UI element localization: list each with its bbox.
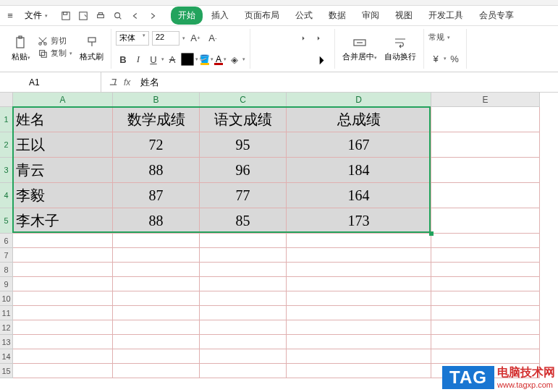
cancel-icon[interactable] bbox=[109, 77, 118, 88]
cell-A3[interactable]: 青云 bbox=[13, 158, 113, 183]
strike-button[interactable]: A bbox=[165, 52, 179, 67]
cell-D15[interactable] bbox=[287, 364, 431, 378]
cell-A11[interactable] bbox=[13, 306, 113, 320]
font-size-select[interactable]: 22 bbox=[152, 31, 179, 46]
cell-E4[interactable] bbox=[431, 183, 540, 208]
cell-B4[interactable]: 87 bbox=[113, 183, 200, 208]
border-button[interactable] bbox=[180, 52, 195, 67]
cell-C15[interactable] bbox=[200, 364, 287, 378]
cell-C12[interactable] bbox=[200, 320, 287, 335]
cell-E2[interactable] bbox=[431, 132, 540, 158]
cell-D2[interactable]: 167 bbox=[287, 132, 431, 158]
italic-button[interactable]: I bbox=[131, 52, 145, 67]
cell-D5[interactable]: 173 bbox=[287, 208, 431, 234]
cell-E13[interactable] bbox=[431, 335, 540, 349]
row-header-13[interactable]: 13 bbox=[0, 335, 13, 349]
cell-C9[interactable] bbox=[200, 277, 287, 291]
number-format-select[interactable]: 常规 ▾ bbox=[428, 32, 462, 43]
cell-A5[interactable]: 李木子 bbox=[13, 208, 113, 234]
cell-A8[interactable] bbox=[13, 263, 113, 277]
align-top-icon[interactable] bbox=[255, 31, 269, 46]
cell-C2[interactable]: 95 bbox=[200, 132, 287, 158]
cell-C3[interactable]: 96 bbox=[200, 158, 287, 183]
cell-C11[interactable] bbox=[200, 306, 287, 320]
decrease-font-icon[interactable]: A- bbox=[206, 31, 220, 46]
cell-B14[interactable] bbox=[113, 349, 200, 364]
row-header-6[interactable]: 6 bbox=[0, 234, 13, 248]
row-header-8[interactable]: 8 bbox=[0, 263, 13, 277]
cell-B15[interactable] bbox=[113, 364, 200, 378]
cell-E8[interactable] bbox=[431, 263, 540, 277]
cell-A9[interactable] bbox=[13, 277, 113, 291]
cell-A13[interactable] bbox=[13, 335, 113, 349]
cell-D7[interactable] bbox=[287, 248, 431, 263]
cell-B7[interactable] bbox=[113, 248, 200, 263]
cell-B5[interactable]: 88 bbox=[113, 208, 200, 234]
row-header-15[interactable]: 15 bbox=[0, 364, 13, 378]
cell-D4[interactable]: 164 bbox=[287, 183, 431, 208]
cell-E1[interactable] bbox=[431, 107, 540, 132]
tab-view[interactable]: 视图 bbox=[388, 7, 420, 25]
cell-A12[interactable] bbox=[13, 320, 113, 335]
cell-C14[interactable] bbox=[200, 349, 287, 364]
font-color-button[interactable]: A bbox=[214, 54, 223, 65]
select-all-corner[interactable] bbox=[0, 93, 13, 107]
cell-D8[interactable] bbox=[287, 263, 431, 277]
cell-B3[interactable]: 88 bbox=[113, 158, 200, 183]
tab-review[interactable]: 审阅 bbox=[355, 7, 386, 25]
row-header-1[interactable]: 1 bbox=[0, 107, 13, 132]
tab-start[interactable]: 开始 bbox=[171, 7, 203, 25]
tab-insert[interactable]: 插入 bbox=[204, 7, 236, 25]
cell-B10[interactable] bbox=[113, 291, 200, 306]
row-header-2[interactable]: 2 bbox=[0, 132, 13, 158]
cell-D13[interactable] bbox=[287, 335, 431, 349]
cell-C6[interactable] bbox=[200, 234, 287, 248]
tab-member[interactable]: 会员专享 bbox=[472, 7, 521, 25]
cell-E10[interactable] bbox=[431, 291, 540, 306]
paste-button[interactable]: 粘贴▾ bbox=[9, 35, 33, 62]
row-header-10[interactable]: 10 bbox=[0, 291, 13, 306]
phonetic-button[interactable]: ◈ bbox=[227, 52, 242, 67]
currency-button[interactable]: ¥ bbox=[428, 51, 443, 66]
font-name-select[interactable]: 宋体 ▾ bbox=[116, 31, 149, 46]
row-header-12[interactable]: 12 bbox=[0, 320, 13, 335]
cell-B1[interactable]: 数学成绩 bbox=[113, 107, 200, 132]
cell-D3[interactable]: 184 bbox=[287, 158, 431, 183]
align-justify-icon[interactable] bbox=[300, 52, 315, 67]
underline-button[interactable]: U bbox=[146, 52, 161, 67]
col-header-B[interactable]: B bbox=[113, 93, 200, 107]
align-middle-icon[interactable] bbox=[270, 31, 284, 46]
indent-dec-icon[interactable] bbox=[300, 31, 315, 46]
save-icon[interactable] bbox=[58, 9, 74, 23]
cell-E7[interactable] bbox=[431, 248, 540, 263]
cell-A15[interactable] bbox=[13, 364, 113, 378]
col-header-A[interactable]: A bbox=[13, 93, 113, 107]
align-center-icon[interactable] bbox=[270, 52, 284, 67]
cell-A7[interactable] bbox=[13, 248, 113, 263]
tab-formula[interactable]: 公式 bbox=[288, 7, 320, 25]
cell-D12[interactable] bbox=[287, 320, 431, 335]
align-left-icon[interactable] bbox=[255, 52, 269, 67]
file-menu[interactable]: 文件▾ bbox=[19, 8, 54, 23]
row-header-3[interactable]: 3 bbox=[0, 158, 13, 183]
col-header-E[interactable]: E bbox=[431, 93, 540, 107]
row-header-14[interactable]: 14 bbox=[0, 349, 13, 364]
align-right-icon[interactable] bbox=[285, 52, 300, 67]
menu-icon[interactable]: ≡ bbox=[3, 9, 17, 23]
tab-data[interactable]: 数据 bbox=[321, 7, 353, 25]
bold-button[interactable]: B bbox=[116, 52, 130, 67]
cell-C13[interactable] bbox=[200, 335, 287, 349]
cell-C7[interactable] bbox=[200, 248, 287, 263]
cell-C8[interactable] bbox=[200, 263, 287, 277]
cell-D11[interactable] bbox=[287, 306, 431, 320]
wrap-text-button[interactable]: 自动换行 bbox=[381, 35, 419, 62]
name-box[interactable]: A1 bbox=[0, 72, 101, 92]
cell-B8[interactable] bbox=[113, 263, 200, 277]
cell-B13[interactable] bbox=[113, 335, 200, 349]
fill-color-button[interactable]: 🪣 bbox=[199, 54, 210, 65]
cell-D1[interactable]: 总成绩 bbox=[287, 107, 431, 132]
cell-B11[interactable] bbox=[113, 306, 200, 320]
increase-font-icon[interactable]: A+ bbox=[188, 31, 203, 46]
cell-C5[interactable]: 85 bbox=[200, 208, 287, 234]
tab-devtools[interactable]: 开发工具 bbox=[421, 7, 470, 25]
